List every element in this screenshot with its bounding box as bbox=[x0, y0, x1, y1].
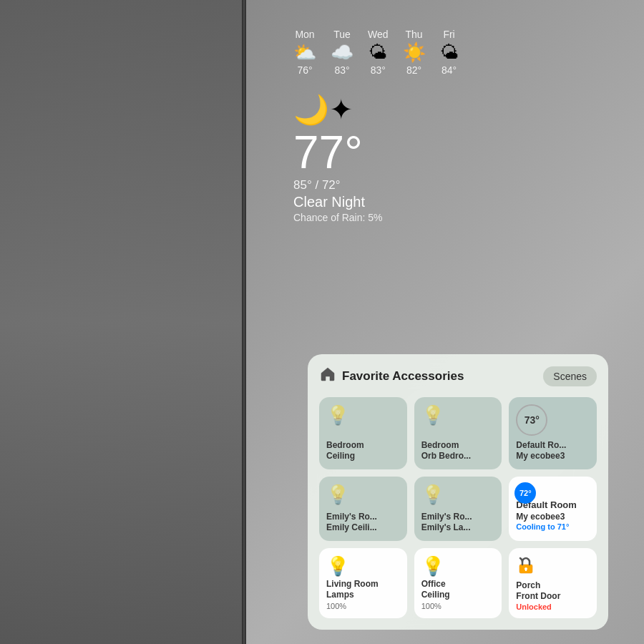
forecast-mon: Mon ⛅ 76° bbox=[293, 29, 316, 76]
weather-condition: Clear Night bbox=[293, 194, 601, 210]
weather-widget: Mon ⛅ 76° Tue ☁️ 83° Wed 🌤 83° Thu ☀️ 82… bbox=[293, 29, 601, 223]
tile-sublabel: Lamps bbox=[326, 590, 400, 601]
tile-label: Living Room bbox=[326, 579, 400, 590]
tile-sublabel: Emily Ceili... bbox=[326, 522, 400, 534]
tile-label2: Front Door bbox=[516, 591, 590, 602]
tile-status-cooling: Cooling to 71° bbox=[516, 522, 590, 531]
tile-label: Emily's Ro... bbox=[326, 512, 400, 523]
forecast-mon-temp: 76° bbox=[297, 64, 312, 76]
tile-ecobee-on[interactable]: 72° Default Room My ecobee3 Cooling to 7… bbox=[509, 477, 597, 541]
tile-percentage: 100% bbox=[421, 601, 495, 611]
lock-unlocked-icon bbox=[516, 555, 590, 580]
tile-label: Default Ro... bbox=[516, 440, 590, 452]
tile-emilys-lamp[interactable]: 💡 Emily's Ro... Emily's La... bbox=[414, 477, 502, 541]
light-icon: 💡 bbox=[421, 404, 495, 426]
current-weather-icon: 🌙✦ bbox=[293, 93, 601, 127]
forecast-wed-label: Wed bbox=[368, 29, 389, 40]
forecast-mon-icon: ⛅ bbox=[293, 43, 316, 62]
accessories-widget: Favorite Accessories Scenes 💡 Bedroom Ce… bbox=[308, 354, 608, 630]
forecast-tue-label: Tue bbox=[333, 29, 351, 40]
forecast-fri-icon: 🌤 bbox=[440, 43, 459, 62]
forecast-wed: Wed 🌤 83° bbox=[368, 29, 389, 76]
tile-label: Bedroom bbox=[421, 440, 495, 452]
tile-bedroom-orb[interactable]: 💡 Bedroom Orb Bedro... bbox=[414, 397, 502, 469]
tile-ecobee-off[interactable]: 73° Default Ro... My ecobee3 bbox=[509, 397, 597, 469]
light-icon: 💡 bbox=[421, 484, 495, 506]
tile-label: Office bbox=[421, 579, 495, 590]
light-icon-bright: 💡 bbox=[421, 555, 495, 577]
tile-label: Emily's Ro... bbox=[421, 512, 495, 523]
tile-office-ceiling[interactable]: 💡 Office Ceiling 100% bbox=[414, 548, 502, 618]
forecast-mon-label: Mon bbox=[295, 29, 314, 40]
current-weather: 🌙✦ 77° 85° / 72° Clear Night Chance of R… bbox=[293, 93, 601, 223]
left-panel bbox=[0, 0, 243, 644]
home-icon bbox=[319, 366, 336, 387]
forecast-fri-label: Fri bbox=[443, 29, 454, 40]
forecast-fri-temp: 84° bbox=[441, 64, 457, 76]
forecast-thu-temp: 82° bbox=[406, 64, 421, 76]
forecast-wed-icon: 🌤 bbox=[369, 43, 387, 62]
forecast-thu-icon: ☀️ bbox=[403, 43, 426, 62]
light-icon-bright: 💡 bbox=[326, 555, 400, 577]
forecast-tue: Tue ☁️ 83° bbox=[331, 29, 353, 76]
forecast-tue-temp: 83° bbox=[334, 64, 349, 76]
widget-header: Favorite Accessories Scenes bbox=[319, 366, 597, 387]
hi-lo: 85° / 72° bbox=[293, 178, 601, 192]
current-temp: 77° bbox=[293, 130, 601, 175]
forecast-thu-label: Thu bbox=[405, 29, 422, 40]
tile-sublabel: Ceiling bbox=[421, 590, 495, 601]
tile-label: Bedroom bbox=[326, 440, 400, 452]
forecast-fri: Fri 🌤 84° bbox=[440, 29, 459, 76]
forecast-wed-temp: 83° bbox=[371, 64, 386, 76]
forecast-thu: Thu ☀️ 82° bbox=[403, 29, 426, 76]
svg-rect-2 bbox=[525, 569, 527, 571]
tile-sublabel: Ceiling bbox=[326, 451, 400, 462]
tile-label: Porch bbox=[516, 580, 590, 592]
tile-living-room-lamps[interactable]: 💡 Living Room Lamps 100% bbox=[319, 548, 407, 618]
rain-chance: Chance of Rain: 5% bbox=[293, 212, 601, 223]
tile-sublabel: My ecobee3 bbox=[516, 451, 590, 462]
divider bbox=[242, 0, 246, 644]
tile-percentage: 100% bbox=[326, 601, 400, 611]
widget-title: Favorite Accessories bbox=[342, 369, 464, 384]
thermostat-badge-blue: 72° bbox=[514, 482, 536, 504]
forecast-tue-icon: ☁️ bbox=[331, 43, 353, 62]
thermostat-badge: 73° bbox=[516, 404, 547, 436]
widget-title-area: Favorite Accessories bbox=[319, 366, 464, 387]
tile-sublabel: My ecobee3 bbox=[516, 512, 590, 523]
tile-status-unlocked: Unlocked bbox=[516, 602, 590, 611]
tile-porch-door[interactable]: Porch Front Door Unlocked bbox=[509, 548, 597, 618]
tile-sublabel: Emily's La... bbox=[421, 522, 495, 534]
forecast-row: Mon ⛅ 76° Tue ☁️ 83° Wed 🌤 83° Thu ☀️ 82… bbox=[293, 29, 601, 76]
light-icon: 💡 bbox=[326, 404, 400, 426]
light-icon: 💡 bbox=[326, 484, 400, 506]
tile-bedroom-ceiling[interactable]: 💡 Bedroom Ceiling bbox=[319, 397, 407, 469]
tile-sublabel: Orb Bedro... bbox=[421, 451, 495, 462]
scenes-button[interactable]: Scenes bbox=[543, 366, 597, 386]
tile-emilys-ceiling[interactable]: 💡 Emily's Ro... Emily Ceili... bbox=[319, 477, 407, 541]
accessories-grid: 💡 Bedroom Ceiling 💡 Bedroom Orb Bedro...… bbox=[319, 397, 597, 618]
